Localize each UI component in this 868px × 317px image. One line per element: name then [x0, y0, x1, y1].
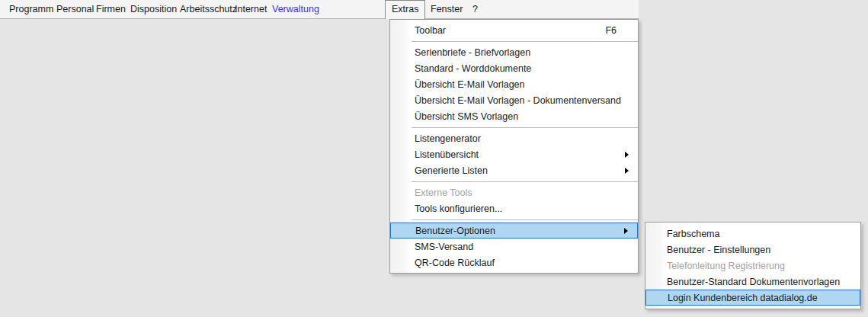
- menu-separator: [412, 41, 638, 42]
- benutzer-optionen-submenu: Farbschema Benutzer - Einstellungen Tele…: [645, 222, 861, 309]
- menu-item-externe-tools: Externe Tools: [390, 184, 638, 200]
- menu-item-label: Serienbriefe - Briefvorlagen: [415, 47, 630, 58]
- menu-item-label: Toolbar: [415, 25, 605, 36]
- submenu-arrow-icon: [624, 228, 628, 234]
- menu-separator: [412, 127, 638, 128]
- menubar: Programm Personal Firmen Disposition Arb…: [0, 0, 639, 19]
- menu-item-qr-code-ruecklauf[interactable]: QR-Code Rücklauf: [390, 255, 638, 271]
- submenu-arrow-icon: [625, 168, 629, 174]
- menu-item-label: Listengenerator: [415, 133, 630, 144]
- submenu-arrow-icon: [625, 152, 629, 158]
- menubar-item-extras[interactable]: Extras: [385, 0, 425, 19]
- menubar-item-help[interactable]: ?: [472, 0, 478, 18]
- menu-separator: [412, 181, 638, 182]
- submenu-item-benutzer-einstellungen[interactable]: Benutzer - Einstellungen: [645, 242, 860, 258]
- extras-dropdown-menu: Toolbar F6 Serienbriefe - Briefvorlagen …: [389, 19, 639, 274]
- menu-item-label: Telefonleitung Registrierung: [667, 261, 853, 271]
- menu-item-label: Externe Tools: [415, 187, 630, 198]
- menu-item-label: Übersicht E-Mail Vorlagen: [415, 79, 630, 90]
- menu-item-label: Benutzer - Einstellungen: [667, 245, 853, 255]
- menu-item-label: Übersicht E-Mail Vorlagen - Dokumentenve…: [415, 95, 630, 106]
- menu-item-generierte-listen[interactable]: Generierte Listen: [390, 162, 638, 178]
- menu-item-label: SMS-Versand: [415, 242, 630, 252]
- menubar-item-disposition[interactable]: Disposition: [130, 0, 177, 18]
- menu-item-standard-worddokumente[interactable]: Standard - Worddokumente: [390, 60, 638, 76]
- menu-item-uebersicht-email-vorlagen[interactable]: Übersicht E-Mail Vorlagen: [390, 76, 638, 92]
- menubar-item-personal[interactable]: Personal: [56, 0, 94, 18]
- menu-item-toolbar[interactable]: Toolbar F6: [390, 22, 638, 38]
- submenu-item-farbschema[interactable]: Farbschema: [645, 226, 860, 242]
- menubar-item-programm[interactable]: Programm: [9, 0, 53, 18]
- menu-item-label: Tools konfigurieren...: [415, 203, 630, 214]
- menu-item-uebersicht-sms-vorlagen[interactable]: Übersicht SMS Vorlagen: [390, 108, 638, 124]
- submenu-item-telefonleitung-registrierung: Telefonleitung Registrierung: [645, 258, 860, 274]
- menu-item-label: Standard - Worddokumente: [415, 63, 630, 74]
- application-window: { "colors": { "app_background": "#e5e5e5…: [0, 0, 868, 317]
- menu-item-tools-konfigurieren[interactable]: Tools konfigurieren...: [390, 200, 638, 216]
- submenu-item-benutzer-standard-dokumentenvorlagen[interactable]: Benutzer-Standard Dokumentenvorlagen: [645, 274, 860, 290]
- menu-item-benutzer-optionen[interactable]: Benutzer-Optionen: [390, 223, 638, 239]
- menu-item-label: QR-Code Rücklauf: [415, 258, 630, 268]
- menu-item-listengenerator[interactable]: Listengenerator: [390, 130, 638, 146]
- menubar-item-fenster[interactable]: Fenster: [431, 0, 463, 18]
- menu-item-serienbriefe-briefvorlagen[interactable]: Serienbriefe - Briefvorlagen: [390, 44, 638, 60]
- menu-item-label: Generierte Listen: [415, 165, 620, 176]
- menubar-item-firmen[interactable]: Firmen: [96, 0, 126, 18]
- menu-item-label: Benutzer-Standard Dokumentenvorlagen: [667, 277, 853, 287]
- menu-item-sms-versand[interactable]: SMS-Versand: [390, 239, 638, 255]
- menubar-item-internet[interactable]: Internet: [235, 0, 267, 18]
- menu-item-label: Listenübersicht: [415, 149, 620, 160]
- menu-item-listenuebersicht[interactable]: Listenübersicht: [390, 146, 638, 162]
- menu-item-label: Login Kundenbereich datadialog.de: [668, 293, 852, 303]
- submenu-item-login-kundenbereich-datadialog[interactable]: Login Kundenbereich datadialog.de: [645, 290, 860, 306]
- menu-item-label: Übersicht SMS Vorlagen: [415, 111, 630, 122]
- menu-item-shortcut: F6: [605, 25, 617, 36]
- menubar-item-verwaltung[interactable]: Verwaltung: [272, 0, 319, 18]
- menu-item-label: Farbschema: [667, 229, 853, 239]
- menu-item-uebersicht-email-vorlagen-dokumentenversand[interactable]: Übersicht E-Mail Vorlagen - Dokumentenve…: [390, 92, 638, 108]
- menubar-item-arbeitsschutz[interactable]: Arbeitsschutz: [180, 0, 237, 18]
- menu-item-label: Benutzer-Optionen: [415, 226, 620, 236]
- menu-separator: [412, 219, 638, 220]
